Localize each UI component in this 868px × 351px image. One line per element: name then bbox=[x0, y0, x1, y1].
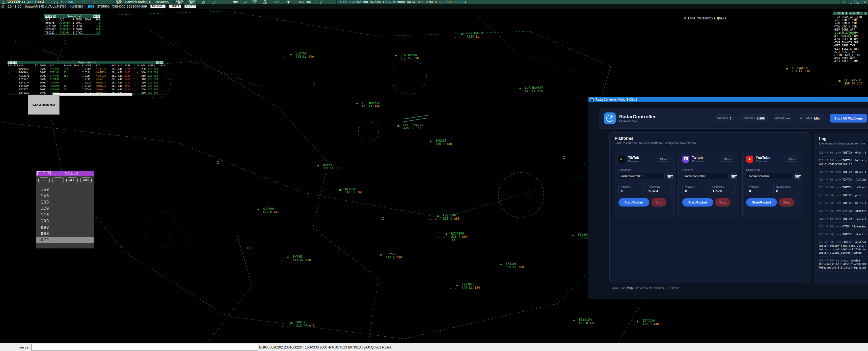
track-select-icon[interactable] bbox=[240, 0, 250, 4]
willo-level-item[interactable]: 090 bbox=[36, 224, 94, 231]
stby-mode-button[interactable]: STBY→□ bbox=[250, 0, 260, 4]
range-value[interactable]: 1 bbox=[220, 0, 230, 4]
menu-item[interactable]: S000-999 bbox=[132, 5, 147, 8]
controller-entry[interactable]: «LM LON_M_CTR bbox=[833, 22, 868, 25]
connect-window-icon[interactable]: + bbox=[0, 0, 7, 4]
quick-set-button[interactable]: QUICKSET bbox=[186, 0, 198, 4]
controller-entry[interactable]: «LLN EGLL_N_APP bbox=[833, 38, 868, 41]
platform-id-input[interactable] bbox=[746, 173, 792, 180]
menu-item[interactable]: MET bbox=[57, 5, 63, 8]
stop-button[interactable]: Stop bbox=[651, 198, 666, 206]
willo-toolbar-button[interactable]: - bbox=[38, 178, 50, 183]
pencil-icon[interactable] bbox=[209, 0, 220, 4]
aircraft-altitude-line[interactable]: A26 E A60 bbox=[451, 235, 468, 238]
controller-entry[interactable]: «LLT EGLL_S_TWR bbox=[833, 47, 868, 51]
controller-tab[interactable]: F bbox=[833, 11, 837, 15]
willo-toolbar-button[interactable]: ADD bbox=[80, 178, 92, 183]
aircraft-altitude-line[interactable]: 25R 17 170 bbox=[844, 82, 863, 85]
msg-count-badge[interactable]: [1] bbox=[88, 5, 94, 8]
aircraft-altitude-line[interactable]: A13 D A20 bbox=[385, 256, 402, 259]
collapse-icon[interactable]: ▲ bbox=[93, 15, 96, 18]
menu-item[interactable]: AMS bbox=[34, 5, 40, 8]
willo-titlebar[interactable]: i o WILLO bbox=[36, 171, 94, 176]
controller-callsign[interactable]: CG_OBS [OBS] bbox=[20, 0, 53, 4]
controller-tab[interactable]: ' bbox=[860, 11, 864, 15]
departure-row[interactable]: -CLX8876EGKKB744/H151IEDDFMIMFO1M26LA405… bbox=[7, 74, 164, 78]
start-restart-button[interactable]: Start/Restart bbox=[682, 198, 713, 206]
aircraft-altitude-line[interactable]: A10 D A40 bbox=[435, 142, 452, 146]
aircraft-altitude-line[interactable]: 350 LL 360 bbox=[506, 265, 524, 269]
aircraft-altitude-line[interactable]: A09 D A40 bbox=[579, 321, 595, 325]
platform-id-input[interactable] bbox=[682, 173, 728, 180]
menu-item[interactable]: Info bbox=[67, 5, 73, 8]
controller-tab[interactable]: U bbox=[864, 11, 867, 15]
controller-tab[interactable]: A bbox=[841, 11, 844, 15]
maximize-button[interactable]: □ bbox=[855, 0, 861, 4]
departure-row[interactable]: -EZY21DMEGKKA320/M48IEHAMFRANE1M26LA4050… bbox=[7, 84, 164, 88]
platform-id-input[interactable] bbox=[618, 173, 664, 180]
aircraft-altitude-line[interactable]: A13 AF 350 bbox=[293, 258, 311, 262]
willo-level-item[interactable]: 080 bbox=[36, 231, 94, 237]
freq-slot-1[interactable]: - bbox=[74, 0, 84, 4]
aircraft-altitude-line[interactable]: 25R LL 090 bbox=[792, 70, 810, 73]
go-around-button[interactable]: GO AROUND bbox=[28, 95, 60, 115]
arrival-count-button[interactable]: 20 bbox=[45, 15, 49, 18]
menu-item[interactable]: [0] bbox=[63, 5, 67, 8]
aircraft-altitude-line[interactable]: 351 LL 160 bbox=[323, 167, 341, 170]
aircraft-altitude-line[interactable]: A40 LL 160 bbox=[403, 127, 423, 130]
departure-row[interactable]: -EZY147EGKKA20N/MIEGPHLAM6M26LA405672□ -… bbox=[7, 77, 164, 81]
departure-list-titlebar[interactable]: 0 F S Departure List ▲ × bbox=[7, 61, 164, 64]
willo-level-item[interactable]: 100 bbox=[36, 218, 94, 224]
altitude-filter-value[interactable]: 065 bbox=[270, 0, 283, 4]
menu-item[interactable]: M000-999 bbox=[117, 5, 132, 8]
menu-item[interactable]: FData bbox=[40, 5, 50, 8]
aircraft-altitude-line[interactable]: A13 LL A40 bbox=[362, 105, 380, 108]
menu-item[interactable]: [0] bbox=[80, 5, 84, 8]
start-all-platforms-button[interactable]: Start All Platforms bbox=[830, 114, 867, 123]
controller-tab[interactable]: C bbox=[837, 11, 841, 15]
willo-level-item[interactable]: 140 bbox=[36, 193, 94, 199]
controller-tab[interactable]: G bbox=[848, 11, 852, 15]
willo-level-item[interactable]: 110 bbox=[36, 212, 94, 218]
arrival-sort-button[interactable]: S bbox=[53, 15, 56, 18]
departure-row[interactable]: -EZY32TEGKKA320/M50IEGAALAM6M26LA406474□… bbox=[7, 88, 164, 91]
freq-slot-4[interactable]: - bbox=[104, 0, 115, 4]
aircraft-altitude-line[interactable]: A17 D A40 bbox=[263, 211, 279, 214]
menu-item[interactable]: Tools bbox=[50, 5, 57, 8]
close-icon[interactable]: × bbox=[96, 15, 100, 18]
scratchpad-input[interactable] bbox=[53, 93, 132, 96]
stop-button[interactable]: Stop bbox=[715, 198, 730, 206]
controller-entry[interactable]: «LL1 EGLL_1_GND bbox=[833, 60, 868, 63]
headset-icon[interactable] bbox=[53, 0, 60, 4]
fl-alt-toggle[interactable]: FLALT bbox=[260, 0, 270, 4]
start-restart-button[interactable]: Start/Restart bbox=[618, 198, 649, 206]
route-measure-icon[interactable] bbox=[316, 0, 327, 4]
set-button[interactable]: SET bbox=[731, 173, 737, 180]
minimize-button[interactable]: _ bbox=[847, 0, 855, 4]
departure-filter-button[interactable]: F bbox=[11, 61, 14, 64]
willo-level-item[interactable]: 150 bbox=[36, 187, 94, 193]
controller-tab[interactable]: O bbox=[856, 11, 860, 15]
set-button[interactable]: SET bbox=[667, 173, 673, 180]
controller-tab[interactable]: T bbox=[845, 11, 848, 15]
menu-item[interactable]: STS bbox=[97, 5, 103, 8]
aircraft-altitude-line[interactable]: A46 LL 120 bbox=[462, 286, 480, 289]
departure-row[interactable]: -EZY17XMEGKKA320/MIEGJJNOVMA1X26LA407275… bbox=[7, 81, 164, 85]
filter-funnel-icon[interactable]: FL bbox=[283, 0, 294, 4]
arrival-list-titlebar[interactable]: 20 F S Arrival List ▲ × bbox=[44, 14, 100, 18]
detach-window-button[interactable]: ↦ bbox=[841, 0, 847, 4]
menu-item[interactable]: RROff/Off bbox=[103, 5, 117, 8]
line2-button[interactable]: LINE 2 bbox=[184, 4, 196, 8]
controller-tab[interactable]: S bbox=[852, 11, 856, 15]
controller-entry[interactable]: «TRIN EGTR_I_TWR bbox=[833, 54, 868, 57]
willo-info-button[interactable]: i bbox=[42, 171, 46, 175]
primary-frequency[interactable]: 199 998 bbox=[60, 0, 74, 4]
aircraft-altitude-line[interactable]: 165 LL 090 bbox=[345, 191, 363, 194]
departure-count-button[interactable]: 0 bbox=[8, 61, 10, 64]
other-set-button[interactable]: OTHERSET bbox=[174, 0, 186, 4]
min-button[interactable]: MIN bbox=[230, 0, 240, 4]
line1-button[interactable]: LINE 1 bbox=[169, 4, 181, 8]
willo-toolbar-button[interactable]: + bbox=[52, 178, 64, 183]
radar-profile-name[interactable]: Gatwick Radar_1 bbox=[123, 0, 150, 4]
willo-toolbar-button[interactable]: ALL bbox=[66, 178, 78, 183]
